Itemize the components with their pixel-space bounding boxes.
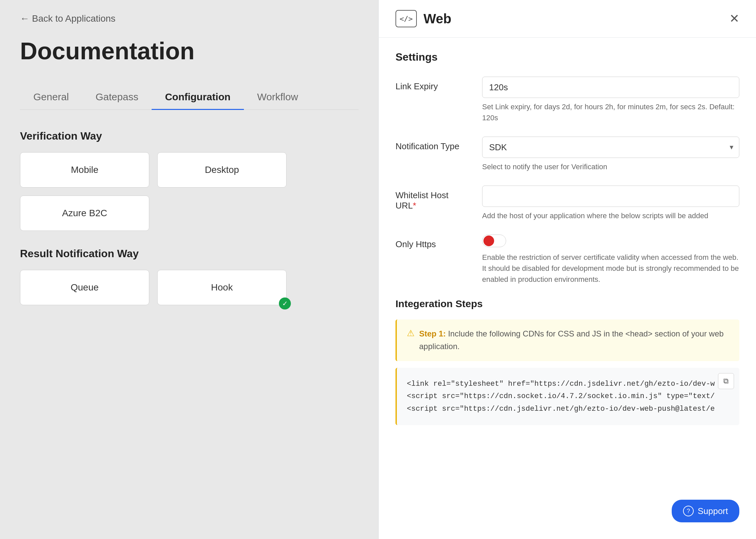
only-https-toggle-wrapper (482, 235, 739, 247)
notification-section: Result Notification Way Queue Hook ✓ (20, 248, 359, 305)
only-https-toggle[interactable] (482, 235, 506, 247)
tabs-container: General Gatepass Configuration Workflow (20, 85, 359, 110)
link-expiry-row: Link Expiry Set Link expiry, for days 2d… (395, 77, 739, 123)
whitelist-url-input[interactable] (482, 186, 739, 207)
close-button[interactable]: ✕ (729, 13, 739, 25)
code-icon-box: </> (395, 10, 417, 27)
only-https-hint: Enable the restriction of server certifi… (482, 252, 739, 285)
verification-cards-grid: Mobile Desktop Azure B2C (20, 152, 287, 231)
tab-configuration[interactable]: Configuration (152, 85, 244, 109)
warning-icon: ⚠ (407, 328, 414, 338)
drawer-title-group: </> Web (395, 10, 451, 27)
support-label: Support (698, 506, 728, 516)
whitelist-url-label: Whitelist Host URL* (395, 186, 469, 211)
required-asterisk: * (413, 201, 416, 211)
settings-heading: Settings (395, 51, 739, 63)
whitelist-url-field: Add the host of your application where t… (482, 186, 739, 221)
support-icon: ? (683, 506, 694, 516)
code-icon: </> (399, 15, 413, 23)
card-azure-b2c[interactable]: Azure B2C (20, 196, 149, 231)
link-expiry-input[interactable] (482, 77, 739, 98)
back-link[interactable]: ← Back to Applications (20, 13, 359, 24)
link-expiry-hint: Set Link expiry, for days 2d, for hours … (482, 101, 739, 123)
tab-gatepass[interactable]: Gatepass (82, 85, 152, 109)
notification-type-row: Notification Type SDK Push Email ▾ Selec… (395, 137, 739, 172)
link-expiry-label: Link Expiry (395, 77, 469, 92)
notification-cards-grid: Queue Hook ✓ (20, 270, 287, 305)
back-link-label: Back to Applications (32, 13, 116, 24)
whitelist-url-hint: Add the host of your application where t… (482, 210, 739, 221)
page-title: Documentation (20, 37, 359, 65)
step1-content: Include the following CDNs for CSS and J… (419, 329, 724, 351)
integration-heading: Integeration Steps (395, 298, 739, 309)
step1-label: Step 1: (419, 329, 446, 338)
notification-type-select[interactable]: SDK Push Email (482, 137, 739, 158)
code-line-1: <link rel="stylesheet" href="https://cdn… (407, 378, 729, 390)
copy-icon-button[interactable]: ⧉ (718, 373, 734, 389)
notification-section-title: Result Notification Way (20, 248, 359, 260)
whitelist-url-row: Whitelist Host URL* Add the host of your… (395, 186, 739, 221)
drawer-header: </> Web ✕ (379, 0, 756, 38)
tab-general[interactable]: General (20, 85, 82, 109)
check-icon: ✓ (279, 297, 291, 309)
card-queue[interactable]: Queue (20, 270, 149, 305)
card-mobile[interactable]: Mobile (20, 152, 149, 188)
verification-section-title: Verification Way (20, 130, 359, 142)
notification-type-label: Notification Type (395, 137, 469, 152)
code-line-3: <script src="https://cdn.jsdelivr.net/gh… (407, 403, 729, 415)
left-panel: ← Back to Applications Documentation Gen… (0, 0, 378, 539)
notification-type-hint: Select to notify the user for Verificati… (482, 161, 739, 172)
tab-workflow[interactable]: Workflow (244, 85, 312, 109)
card-hook[interactable]: Hook ✓ (157, 270, 287, 305)
verification-section: Verification Way Mobile Desktop Azure B2… (20, 130, 359, 231)
copy-icon: ⧉ (723, 377, 729, 385)
only-https-row: Only Https Enable the restriction of ser… (395, 235, 739, 285)
only-https-label: Only Https (395, 235, 469, 250)
drawer-title: Web (423, 11, 451, 26)
support-button[interactable]: ? Support (672, 500, 739, 522)
drawer-panel: </> Web ✕ Settings Link Expiry Set Link … (378, 0, 756, 539)
notification-type-field: SDK Push Email ▾ Select to notify the us… (482, 137, 739, 172)
code-line-2: <script src="https://cdn.socket.io/4.7.2… (407, 390, 729, 402)
toggle-thumb (483, 236, 494, 246)
step1-text: Step 1: Include the following CDNs for C… (419, 327, 729, 353)
drawer-body: Settings Link Expiry Set Link expiry, fo… (379, 38, 756, 539)
notification-type-select-wrapper: SDK Push Email ▾ (482, 137, 739, 158)
only-https-field: Enable the restriction of server certifi… (482, 235, 739, 285)
back-arrow-icon: ← (20, 13, 29, 24)
card-desktop[interactable]: Desktop (157, 152, 287, 188)
code-block: ⧉ <link rel="stylesheet" href="https://c… (395, 368, 739, 425)
link-expiry-field: Set Link expiry, for days 2d, for hours … (482, 77, 739, 123)
step1-banner: ⚠ Step 1: Include the following CDNs for… (395, 319, 739, 361)
